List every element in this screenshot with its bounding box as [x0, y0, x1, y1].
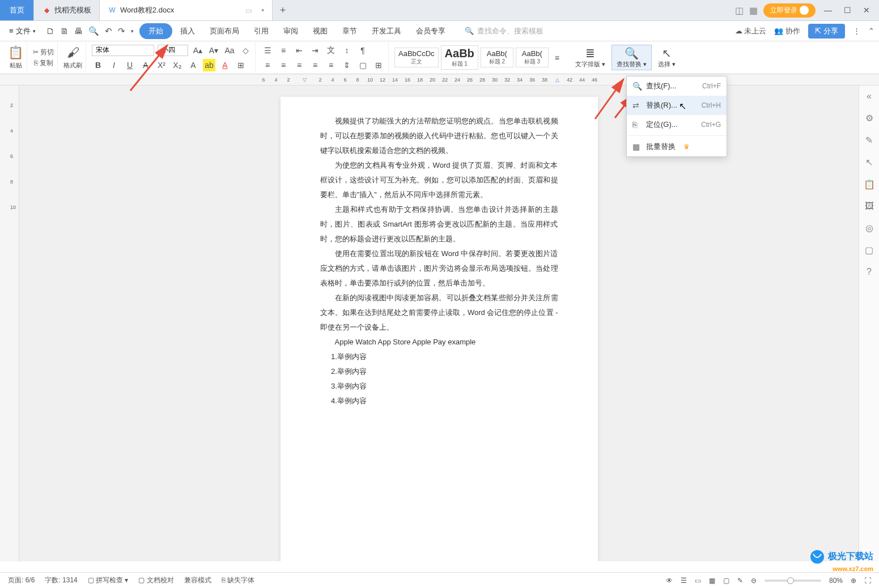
subscript-icon[interactable]: X₂ — [171, 59, 184, 71]
style-more-icon[interactable]: ≡ — [551, 52, 563, 64]
clear-format-icon[interactable]: ◇ — [239, 44, 252, 57]
align-center-icon[interactable]: ≡ — [277, 59, 290, 71]
align-right-icon[interactable]: ≡ — [293, 59, 305, 71]
menu-insert[interactable]: 插入 — [173, 23, 202, 40]
save-as-icon[interactable]: 🗎 — [60, 26, 69, 36]
panel-layout-icon[interactable]: ▢ — [865, 245, 873, 255]
zoom-level[interactable]: 80% — [829, 577, 843, 585]
view-outline-icon[interactable]: ☰ — [681, 577, 687, 585]
dropdown-goto[interactable]: ⎘ 定位(G)... Ctrl+G — [627, 115, 727, 134]
number-list-icon[interactable]: ≡ — [277, 44, 290, 57]
style-heading3[interactable]: AaBb(标题 3 — [516, 48, 549, 67]
missing-font[interactable]: ⎘ 缺失字体 — [222, 576, 254, 585]
paragraph-apps[interactable]: Apple Watch App Store Apple Pay example — [320, 335, 558, 350]
compat-mode[interactable]: 兼容模式 — [184, 576, 211, 585]
undo-icon[interactable]: ↶ — [105, 26, 112, 36]
strike-icon[interactable]: A — [139, 59, 152, 71]
list-item[interactable]: 1.举例内容 — [331, 350, 558, 364]
close-window-button[interactable]: ✕ — [860, 3, 873, 17]
menu-view[interactable]: 视图 — [306, 23, 334, 40]
menu-devtools[interactable]: 开发工具 — [365, 23, 408, 40]
window-mode-icon[interactable]: ◫ — [735, 5, 744, 16]
spellcheck-toggle[interactable]: ▢ 拼写检查 ▾ — [88, 576, 129, 585]
login-button[interactable]: 立即登录 — [763, 3, 816, 18]
page[interactable]: 视频提供了功能强大的方法帮助您证明您的观点。当您单击联机视频时，可以在想要添加的… — [281, 97, 598, 561]
paragraph[interactable]: 使用在需要位置出现的新按钮在 Word 中保存时间。若要更改图片适应文档的方式，… — [320, 246, 558, 291]
maximize-button[interactable]: ☐ — [840, 3, 854, 17]
sort-icon[interactable]: ↕ — [341, 44, 353, 57]
style-heading1[interactable]: AaBb标题 1 — [441, 45, 478, 70]
print-preview-icon[interactable]: 🔍 — [88, 26, 99, 36]
collapse-ribbon-icon[interactable]: ⌃ — [868, 27, 874, 35]
decrease-indent-icon[interactable]: ⇤ — [293, 44, 305, 57]
font-color-icon[interactable]: A — [219, 59, 231, 71]
menu-start[interactable]: 开始 — [139, 23, 172, 39]
menu-sections[interactable]: 章节 — [336, 23, 364, 40]
print-icon[interactable]: 🖶 — [74, 26, 83, 36]
align-justify-icon[interactable]: ≡ — [309, 59, 321, 71]
command-search[interactable]: 🔍 查找命令、搜索模板 — [465, 26, 543, 36]
file-menu[interactable]: ≡ 文件 ▾ — [5, 24, 40, 39]
tab-templates[interactable]: ◆ 找稻壳模板 — [34, 0, 100, 20]
style-normal[interactable]: AaBbCcDc正文 — [394, 48, 439, 67]
list-item[interactable]: 2.举例内容 — [331, 364, 558, 379]
highlight-icon[interactable]: ab — [203, 59, 215, 71]
qat-chevron-icon[interactable]: ▾ — [131, 28, 134, 34]
minimize-button[interactable]: — — [821, 3, 835, 17]
align-left-icon[interactable]: ≡ — [261, 59, 274, 71]
menu-references[interactable]: 引用 — [247, 23, 275, 40]
new-tab-button[interactable]: + — [273, 0, 293, 20]
paragraph[interactable]: 主题和样式也有助于文档保持协调。当您单击设计并选择新的主题时，图片、图表或 Sm… — [320, 202, 558, 246]
menu-review[interactable]: 审阅 — [277, 23, 305, 40]
change-case-icon[interactable]: Aa — [223, 44, 236, 57]
fullscreen-icon[interactable]: ⛶ — [864, 577, 871, 585]
panel-tools-icon[interactable]: ⚙ — [865, 113, 873, 123]
align-distribute-icon[interactable]: ≡ — [325, 59, 337, 71]
panel-select-icon[interactable]: ↖ — [865, 157, 873, 168]
menu-vip[interactable]: 会员专享 — [409, 23, 452, 40]
bullet-list-icon[interactable]: ☰ — [261, 44, 274, 57]
panel-edit-icon[interactable]: ✎ — [865, 135, 873, 146]
border-icon[interactable]: ⊞ — [235, 59, 247, 71]
paragraph[interactable]: 为使您的文档具有专业外观，Word 提供了页眉、页脚、封面和文本框设计，这些设计… — [320, 158, 558, 202]
cloud-status[interactable]: ☁ 未上云 — [735, 26, 767, 36]
close-tab-icon[interactable]: • — [261, 6, 264, 15]
line-spacing-icon[interactable]: ⇕ — [341, 59, 353, 71]
view-edit-icon[interactable]: ✎ — [737, 577, 743, 585]
menu-page-layout[interactable]: 页面布局 — [203, 23, 246, 40]
tab-menu-icon[interactable]: ▭ — [245, 6, 252, 15]
show-marks-icon[interactable]: ¶ — [356, 44, 369, 57]
app-grid-icon[interactable]: ▦ — [749, 5, 758, 16]
list-item[interactable]: 4.举例内容 — [331, 394, 558, 408]
text-direction-icon[interactable]: 文 — [325, 44, 337, 57]
zoom-slider[interactable] — [765, 580, 821, 582]
view-page-icon[interactable]: ▭ — [695, 577, 701, 585]
underline-icon[interactable]: U — [124, 59, 136, 71]
cut-button[interactable]: ✂剪切 — [33, 48, 54, 57]
format-painter-button[interactable]: 🖌 格式刷 — [63, 45, 82, 70]
tab-document[interactable]: W Word教程2.docx ▭ • — [100, 0, 273, 20]
view-eye-icon[interactable]: 👁 — [666, 577, 673, 585]
paste-button[interactable]: 📋 粘贴 — [8, 45, 23, 70]
font-size-input[interactable] — [158, 45, 188, 56]
panel-help-icon[interactable]: ? — [867, 267, 872, 277]
paragraph[interactable]: 在新的阅读视图中阅读更加容易。可以折叠文档某些部分并关注所需文本。如果在达到结尾… — [320, 291, 558, 335]
dropdown-batch-replace[interactable]: ▦ 批量替换 ♛ — [627, 137, 727, 156]
style-heading2[interactable]: AaBb(标题 2 — [481, 48, 513, 67]
vertical-ruler[interactable]: 2 4 6 8 10 — [0, 86, 19, 561]
panel-image-icon[interactable]: 🖼 — [865, 201, 874, 211]
paragraph[interactable]: 视频提供了功能强大的方法帮助您证明您的观点。当您单击联机视频时，可以在想要添加的… — [320, 114, 558, 158]
redo-icon[interactable]: ↷ — [118, 26, 125, 36]
panel-clipboard-icon[interactable]: 📋 — [864, 179, 875, 190]
borders-icon[interactable]: ⊞ — [372, 59, 385, 71]
tab-home[interactable]: 首页 — [0, 0, 34, 20]
word-count[interactable]: 字数: 1314 — [45, 576, 77, 585]
copy-button[interactable]: ⎘复制 — [34, 58, 53, 68]
panel-location-icon[interactable]: ◎ — [865, 223, 873, 233]
text-layout-button[interactable]: ≣ 文字排版 ▾ — [570, 45, 610, 70]
share-button[interactable]: ⇱ 分享 — [808, 24, 845, 39]
page-indicator[interactable]: 页面: 6/6 — [8, 576, 35, 585]
find-replace-button[interactable]: 🔍 查找替换 ▾ — [612, 45, 652, 70]
list-item[interactable]: 3.举例内容 — [331, 379, 558, 394]
horizontal-ruler[interactable]: 642 ▽ 2468101214161820222426283032343638… — [0, 74, 879, 86]
